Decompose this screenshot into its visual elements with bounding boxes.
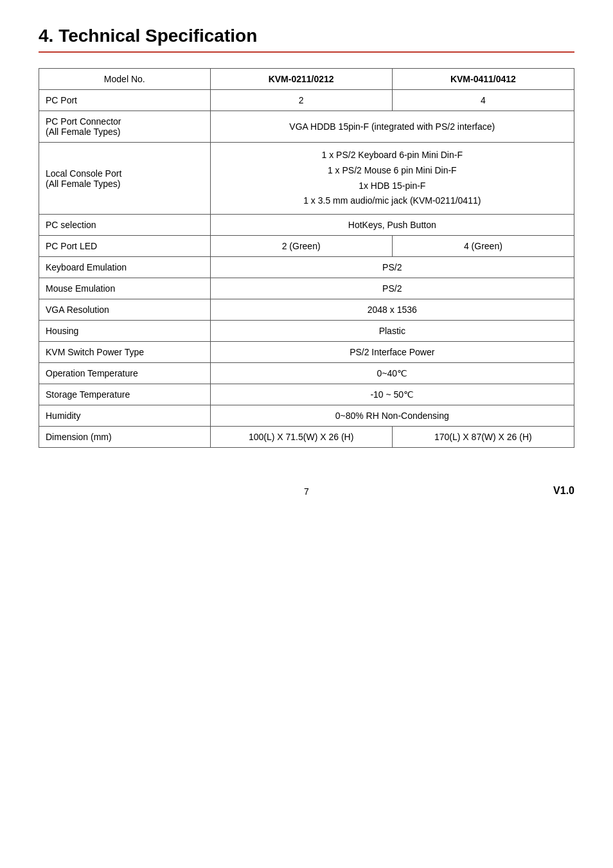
row-label: KVM Switch Power Type (39, 342, 211, 363)
row-value-span: PS/2 (210, 257, 574, 278)
row-value-span: VGA HDDB 15pin-F (integrated with PS/2 i… (210, 111, 574, 143)
row-value-model2: 4 (Green) (392, 236, 574, 257)
row-value-span: Plastic (210, 321, 574, 342)
row-value-model1: 2 (210, 90, 392, 111)
row-value-span: -10 ~ 50℃ (210, 384, 574, 405)
row-value-span: PS/2 Interface Power (210, 342, 574, 363)
table-row: PC selectionHotKeys, Push Button (39, 215, 574, 236)
version-number: V1.0 (553, 485, 574, 497)
header-divider (39, 51, 574, 53)
header-model2: KVM-0411/0412 (392, 69, 574, 90)
row-label: Operation Temperature (39, 363, 211, 384)
row-label: PC Port (39, 90, 211, 111)
table-row: Humidity0~80% RH Non-Condensing (39, 405, 574, 427)
row-value-span: 0~40℃ (210, 363, 574, 384)
table-row: Mouse EmulationPS/2 (39, 278, 574, 299)
table-row: PC Port LED2 (Green)4 (Green) (39, 236, 574, 257)
header-label: Model No. (39, 69, 211, 90)
table-row: Dimension (mm)100(L) X 71.5(W) X 26 (H)1… (39, 427, 574, 448)
row-label: PC Port LED (39, 236, 211, 257)
row-value-span: HotKeys, Push Button (210, 215, 574, 236)
row-label: Storage Temperature (39, 384, 211, 405)
row-value-span: 2048 x 1536 (210, 299, 574, 321)
table-header-row: Model No. KVM-0211/0212 KVM-0411/0412 (39, 69, 574, 90)
row-label: Housing (39, 321, 211, 342)
table-row: Keyboard EmulationPS/2 (39, 257, 574, 278)
row-label: Humidity (39, 405, 211, 427)
row-label: Local Console Port (All Female Types) (39, 143, 211, 215)
row-value-span: PS/2 (210, 278, 574, 299)
row-value-span: 1 x PS/2 Keyboard 6-pin Mini Din-F 1 x P… (210, 143, 574, 215)
row-label: PC selection (39, 215, 211, 236)
table-row: HousingPlastic (39, 321, 574, 342)
page-number: 7 (304, 486, 309, 497)
row-value-model1: 2 (Green) (210, 236, 392, 257)
table-row: PC Port Connector (All Female Types)VGA … (39, 111, 574, 143)
page-header: 4. Technical Specification (39, 26, 574, 53)
table-row: Operation Temperature0~40℃ (39, 363, 574, 384)
table-row: Local Console Port (All Female Types)1 x… (39, 143, 574, 215)
table-row: KVM Switch Power TypePS/2 Interface Powe… (39, 342, 574, 363)
row-value-model2: 4 (392, 90, 574, 111)
table-row: Storage Temperature-10 ~ 50℃ (39, 384, 574, 405)
table-row: PC Port24 (39, 90, 574, 111)
row-value-model2: 170(L) X 87(W) X 26 (H) (392, 427, 574, 448)
row-label: Mouse Emulation (39, 278, 211, 299)
row-value-span: 0~80% RH Non-Condensing (210, 405, 574, 427)
row-value-model1: 100(L) X 71.5(W) X 26 (H) (210, 427, 392, 448)
spec-table: Model No. KVM-0211/0212 KVM-0411/0412 PC… (39, 68, 574, 448)
row-label: Keyboard Emulation (39, 257, 211, 278)
row-label: PC Port Connector (All Female Types) (39, 111, 211, 143)
header-model1: KVM-0211/0212 (210, 69, 392, 90)
page-title: 4. Technical Specification (39, 26, 574, 46)
row-label: VGA Resolution (39, 299, 211, 321)
row-label: Dimension (mm) (39, 427, 211, 448)
table-row: VGA Resolution2048 x 1536 (39, 299, 574, 321)
footer-area: 7 V1.0 (39, 486, 574, 497)
